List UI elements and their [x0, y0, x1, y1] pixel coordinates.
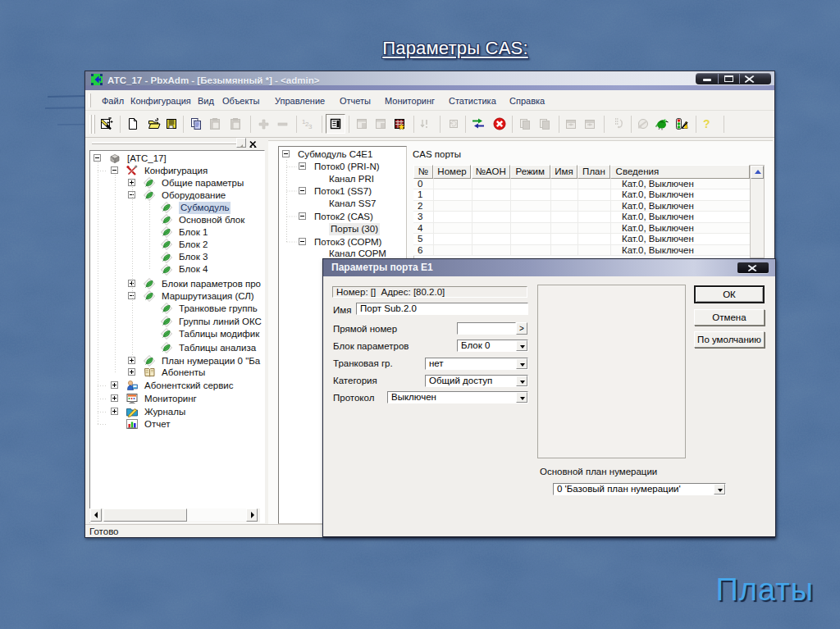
svg-text:?: ?	[703, 117, 710, 130]
svg-text:3: 3	[308, 123, 313, 130]
